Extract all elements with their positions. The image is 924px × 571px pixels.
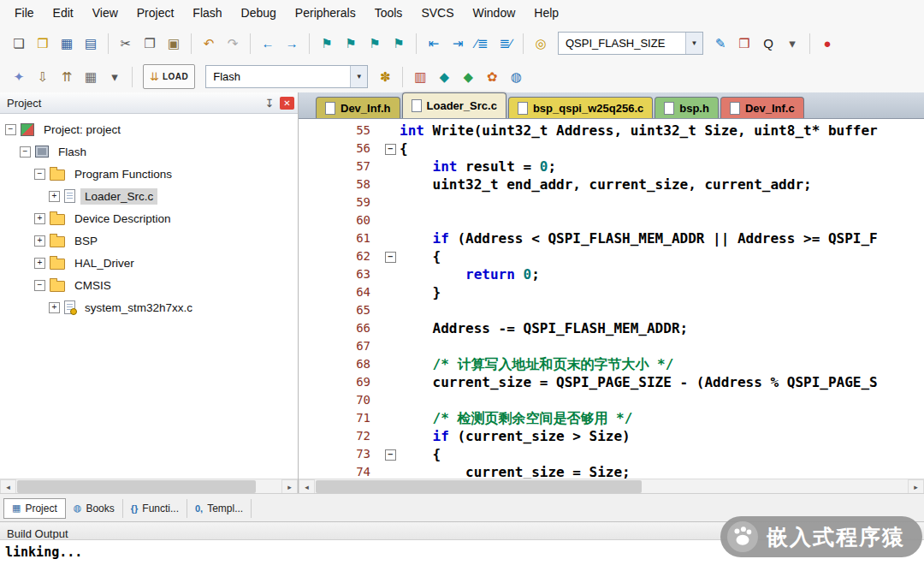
bottom-tab-templ[interactable]: 0,Templ... — [187, 499, 252, 518]
menu-item-debug[interactable]: Debug — [232, 2, 286, 24]
code-text[interactable]: if (current_size > Size) — [400, 427, 924, 445]
code-text[interactable]: { — [400, 247, 924, 265]
manage-components-icon[interactable]: ▥ — [409, 66, 431, 88]
pack-installer-icon[interactable]: ◍ — [505, 66, 527, 88]
tree-item-system-stm32h7xx-c[interactable]: +system_stm32h7xx.c — [0, 296, 298, 318]
menu-item-project[interactable]: Project — [127, 2, 184, 24]
toggle-breakpoint-icon[interactable]: ● — [816, 33, 838, 55]
tree-item-flash[interactable]: −Flash — [0, 140, 298, 163]
browse-info-icon[interactable]: ❒ — [733, 33, 755, 55]
expand-icon[interactable]: + — [49, 191, 60, 202]
code-text[interactable]: /* 检测页剩余空间是否够用 */ — [400, 409, 924, 427]
save-all-icon[interactable]: ▤ — [80, 33, 102, 55]
navigate-forward-icon[interactable]: → — [281, 33, 303, 55]
menu-item-flash[interactable]: Flash — [183, 2, 231, 24]
clear-bookmarks-icon[interactable]: ⚑ — [388, 33, 410, 55]
symbol-combo[interactable]: QSPI_FLASH_SIZE▼ — [558, 32, 703, 55]
pin-icon[interactable]: ↧ — [262, 97, 277, 110]
code-text[interactable]: if (Address < QSPI_FLASH_MEM_ADDR || Add… — [400, 229, 924, 247]
menu-item-window[interactable]: Window — [464, 2, 525, 24]
tree-item-cmsis[interactable]: −CMSIS — [0, 274, 298, 296]
scroll-right-icon[interactable]: ▸ — [908, 479, 924, 494]
target-select[interactable]: Flash▼ — [205, 65, 368, 88]
code-text[interactable]: uint32_t end_addr, current_size, current… — [400, 175, 924, 193]
code-text[interactable]: return 0; — [400, 265, 924, 283]
menu-item-edit[interactable]: Edit — [44, 2, 83, 24]
tab-dev-inf-c[interactable]: Dev_Inf.c — [720, 97, 804, 118]
tab-bsp-qspi-w25q256-c[interactable]: bsp_qspi_w25q256.c — [508, 97, 653, 118]
redo-icon[interactable]: ↷ — [222, 33, 244, 55]
expand-icon[interactable]: + — [34, 258, 45, 269]
comment-icon[interactable]: ∕≣ — [471, 33, 493, 55]
uncomment-icon[interactable]: ≣∕ — [495, 33, 517, 55]
code-text[interactable] — [400, 211, 924, 229]
tree-item-hal-driver[interactable]: +HAL_Driver — [0, 252, 298, 274]
tab-bsp-h[interactable]: bsp.h — [654, 97, 719, 118]
rebuild-icon[interactable]: ⇈ — [56, 66, 78, 88]
new-file-icon[interactable]: ❏ — [8, 33, 30, 55]
build-icon[interactable]: ⇩ — [32, 66, 54, 88]
bottom-tab-functi[interactable]: {}Functi... — [123, 499, 187, 518]
collapse-icon[interactable]: − — [385, 252, 396, 263]
bottom-tab-books[interactable]: ◍Books — [66, 499, 123, 518]
scrollbar-track[interactable] — [315, 479, 908, 494]
menu-item-peripherals[interactable]: Peripherals — [286, 2, 365, 24]
manage-packs-icon[interactable]: ◆ — [457, 66, 479, 88]
scroll-left-icon[interactable]: ◂ — [0, 479, 16, 494]
close-icon[interactable]: ✕ — [280, 97, 294, 110]
menu-item-tools[interactable]: Tools — [365, 2, 412, 24]
code-text[interactable]: int Write(uint32_t Address, uint32_t Siz… — [400, 122, 924, 140]
paste-icon[interactable]: ▣ — [163, 33, 185, 55]
code-text[interactable] — [400, 391, 924, 409]
editor-horizontal-scrollbar[interactable]: ◂ ▸ — [299, 479, 924, 494]
save-icon[interactable]: ▦ — [56, 33, 78, 55]
indent-icon[interactable]: ⇥ — [447, 33, 469, 55]
code-text[interactable]: { — [400, 445, 924, 463]
outdent-icon[interactable]: ⇤ — [423, 33, 445, 55]
code-text[interactable]: } — [400, 283, 924, 301]
code-text[interactable] — [400, 337, 924, 355]
runtime-environment-icon[interactable]: ◆ — [433, 66, 455, 88]
chevron-down-icon[interactable]: ▼ — [350, 66, 367, 87]
code-text[interactable] — [400, 301, 924, 319]
translate-icon[interactable]: ✦ — [8, 66, 30, 88]
code-text[interactable]: Address -= QSPI_FLASH_MEM_ADDR; — [400, 319, 924, 337]
collapse-icon[interactable]: − — [20, 146, 31, 158]
code-text[interactable]: current_size = QSPI_PAGE_SIZE - (Address… — [400, 373, 924, 391]
expand-icon[interactable]: + — [34, 235, 45, 247]
incremental-find-icon[interactable]: Q — [757, 33, 779, 55]
find-symbol-icon[interactable]: ✎ — [709, 33, 732, 55]
menu-item-svcs[interactable]: SVCS — [412, 2, 463, 24]
project-horizontal-scrollbar[interactable]: ◂ ▸ — [0, 479, 298, 494]
download-load-button[interactable]: ⇊LOAD — [143, 64, 195, 89]
tab-loader-src-c[interactable]: Loader_Src.c — [402, 92, 506, 118]
select-packs-icon[interactable]: ✿ — [481, 66, 503, 88]
scrollbar-track[interactable] — [16, 479, 281, 494]
chevron-down-icon[interactable]: ▼ — [685, 33, 702, 54]
scroll-right-icon[interactable]: ▸ — [281, 479, 298, 494]
expand-icon[interactable]: + — [49, 302, 60, 313]
scrollbar-thumb[interactable] — [316, 480, 642, 493]
undo-icon[interactable]: ↶ — [198, 33, 220, 55]
tree-item-program-functions[interactable]: −Program Functions — [0, 163, 298, 185]
code-text[interactable]: { — [400, 140, 924, 158]
next-bookmark-icon[interactable]: ⚑ — [364, 33, 386, 55]
menu-item-help[interactable]: Help — [524, 2, 568, 24]
code-text[interactable]: current_size = Size; — [400, 463, 924, 479]
collapse-icon[interactable]: − — [34, 280, 45, 291]
batch-build-icon[interactable]: ▦ — [80, 66, 102, 88]
build-menu-caret-icon[interactable]: ▾ — [104, 66, 126, 88]
code-text[interactable] — [400, 193, 924, 211]
find-in-files-icon[interactable]: ◎ — [530, 33, 552, 55]
bottom-tab-project[interactable]: ▦Project — [3, 498, 66, 519]
insert-bookmark-icon[interactable]: ⚑ — [316, 33, 338, 55]
collapse-icon[interactable]: − — [385, 449, 396, 461]
menu-item-file[interactable]: File — [5, 2, 44, 24]
cut-icon[interactable]: ✂ — [115, 33, 137, 55]
incremental-find-caret-icon[interactable]: ▾ — [781, 33, 803, 55]
options-for-target-icon[interactable]: ✽ — [374, 66, 396, 88]
code-text[interactable]: int result = 0; — [400, 158, 924, 175]
code-editor[interactable]: 55int Write(uint32_t Address, uint32_t S… — [299, 119, 924, 479]
tree-item-bsp[interactable]: +BSP — [0, 229, 298, 252]
scroll-left-icon[interactable]: ◂ — [299, 479, 315, 494]
